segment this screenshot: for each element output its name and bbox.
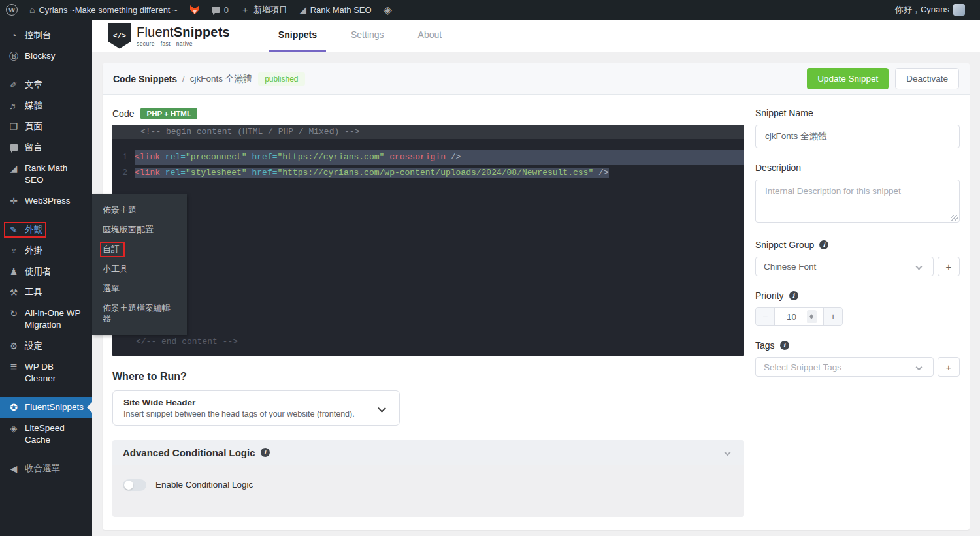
media-icon: ♬: [8, 100, 20, 112]
litespeed-menu[interactable]: ◈: [378, 0, 398, 20]
info-icon[interactable]: [819, 240, 828, 249]
snippet-name-input[interactable]: [755, 125, 960, 148]
advanced-panel-header[interactable]: Advanced Conditional Logic: [112, 440, 744, 465]
fluentsnippets-header: </> FluentSnippets secure · fast · nativ…: [92, 20, 980, 52]
card-header: Code Snippets / cjkFonts 全瀨體 published U…: [103, 63, 970, 95]
sidebar-item-label: 收合選單: [25, 463, 60, 475]
run-location-title: Site Wide Header: [123, 398, 355, 407]
submenu-item[interactable]: 區塊版面配置: [92, 220, 187, 240]
dashboard-icon: ◔: [8, 29, 20, 41]
sidebar-item-label: All-in-One WP Migration: [25, 307, 83, 331]
chevron-down-icon: [916, 263, 923, 270]
sidebar-item-pages[interactable]: ❐頁面: [0, 116, 92, 137]
new-item-menu[interactable]: ＋ 新增項目: [235, 0, 293, 20]
submenu-item[interactable]: 佈景主題: [92, 200, 187, 220]
tab-settings[interactable]: Settings: [342, 20, 393, 52]
fox-menu[interactable]: [184, 0, 206, 20]
update-snippet-button[interactable]: Update Snippet: [807, 68, 889, 89]
sidebar-item-users[interactable]: ♟使用者: [0, 261, 92, 282]
sidebar-item-blocksy[interactable]: ⒷBlocksy: [0, 46, 92, 67]
site-link[interactable]: ⌂ Cyrians ~Make something different ~: [24, 0, 184, 20]
resize-grip-icon[interactable]: [951, 215, 958, 221]
sidebar-item-settings[interactable]: ⚙設定: [0, 336, 92, 356]
sidebar-item-label: WP DB Cleaner: [25, 361, 83, 385]
add-group-button[interactable]: +: [938, 257, 960, 276]
user-icon: ♟: [8, 266, 20, 277]
comments-count: 0: [224, 5, 229, 15]
chevron-down-icon: [378, 404, 386, 413]
sidebar-item-label: Web3Press: [25, 195, 71, 207]
line-number: 1: [112, 150, 135, 165]
description-textarea[interactable]: [755, 180, 960, 223]
sidebar-item-posts[interactable]: ✐文章: [0, 74, 92, 95]
settings-panel: Snippet Name Description Snippet Group: [755, 108, 960, 517]
deactivate-button[interactable]: Deactivate: [895, 68, 959, 89]
breadcrumb-root[interactable]: Code Snippets: [113, 74, 177, 84]
sidebar-item-dashboard[interactable]: ◔控制台: [0, 25, 92, 46]
database-icon: ≣: [8, 361, 20, 373]
submenu-item[interactable]: 選單: [92, 279, 187, 298]
sidebar-item-appearance[interactable]: ✎外觀: [0, 219, 92, 240]
sidebar-item-label: LiteSpeed Cache: [25, 422, 83, 446]
spinner-icon[interactable]: [807, 310, 817, 323]
advanced-panel-body: Enable Conditional Logic: [112, 465, 744, 517]
tags-select[interactable]: Select Snippet Tags: [755, 357, 934, 377]
account-menu[interactable]: 你好，Cyrians: [889, 0, 971, 20]
info-icon[interactable]: [789, 291, 798, 300]
breadcrumb-current: cjkFonts 全瀨體: [190, 73, 252, 85]
wp-logo-menu[interactable]: W: [0, 0, 24, 20]
sidebar-item-media[interactable]: ♬媒體: [0, 95, 92, 116]
sidebar-item-label: FluentSnippets: [25, 402, 84, 413]
sidebar-item-label: 工具: [25, 287, 42, 298]
home-icon: ⌂: [29, 5, 35, 14]
run-location-select[interactable]: Site Wide Header Insert snippet between …: [112, 390, 400, 426]
sidebar-item-label: 設定: [25, 340, 42, 352]
wp-admin-sidebar: ◔控制台ⒷBlocksy✐文章♬媒體❐頁面留言◢Rank Math SEO✛We…: [0, 20, 92, 536]
snippet-group-select[interactable]: Chinese Font: [755, 257, 934, 276]
sidebar-item-tools[interactable]: ⚒工具: [0, 282, 92, 303]
sidebar-item-ai1wm[interactable]: ↻All-in-One WP Migration: [0, 303, 92, 336]
sidebar-item-label: Blocksy: [25, 50, 56, 62]
description-label: Description: [755, 163, 960, 173]
settings-icon: ⚙: [8, 340, 20, 352]
code-line: 1<link rel="preconnect" href="https://cy…: [112, 150, 744, 165]
sidebar-item-rank-math-seo[interactable]: ◢Rank Math SEO: [0, 158, 92, 191]
rank-math-label: Rank Math SEO: [310, 5, 372, 15]
priority-decrease-button[interactable]: −: [756, 308, 775, 325]
sidebar-item-label: 外觀: [25, 224, 42, 236]
code-editor[interactable]: <!-- begin content (HTML / PHP / Mixed) …: [112, 125, 744, 356]
submenu-item[interactable]: 佈景主題檔案編輯器: [92, 298, 187, 328]
rank-math-menu[interactable]: ◢ Rank Math SEO: [293, 0, 378, 20]
sidebar-item-fluentsnippets[interactable]: ✪FluentSnippets: [0, 397, 92, 418]
add-tag-button[interactable]: +: [938, 357, 960, 377]
info-icon[interactable]: [780, 341, 789, 350]
snippet-name-label: Snippet Name: [755, 108, 960, 118]
comments-menu[interactable]: 0: [206, 0, 235, 20]
tab-snippets[interactable]: Snippets: [269, 20, 326, 52]
comment-bubble-icon: [8, 142, 20, 153]
fluentsnippets-logo[interactable]: </> FluentSnippets secure · fast · nativ…: [108, 20, 230, 52]
sidebar-item-label: 外掛: [25, 245, 42, 257]
avatar: [953, 4, 965, 16]
sidebar-item-litespeed-cache[interactable]: ◈LiteSpeed Cache: [0, 418, 92, 450]
appearance-brush-icon: ✎: [8, 224, 20, 236]
tags-label: Tags: [755, 340, 775, 351]
sidebar-item-web3press[interactable]: ✛Web3Press: [0, 191, 92, 212]
submenu-item[interactable]: 自訂: [92, 240, 187, 259]
app-tagline: secure · fast · native: [137, 40, 230, 47]
priority-increase-button[interactable]: +: [823, 308, 842, 325]
toggle-label: Enable Conditional Logic: [155, 479, 253, 491]
priority-input[interactable]: [782, 312, 802, 322]
enable-conditional-logic-toggle[interactable]: [123, 479, 146, 491]
tags-placeholder: Select Snippet Tags: [764, 362, 841, 372]
sidebar-item-collapse-menu[interactable]: ◀收合選單: [0, 458, 92, 479]
site-title: Cyrians ~Make something different ~: [39, 5, 177, 15]
submenu-item[interactable]: 小工具: [92, 259, 187, 279]
sidebar-item-comments[interactable]: 留言: [0, 137, 92, 158]
sidebar-item-wp-db-cleaner[interactable]: ≣WP DB Cleaner: [0, 356, 92, 389]
plugin-icon: ♆: [8, 245, 20, 257]
tab-about[interactable]: About: [409, 20, 451, 52]
info-icon[interactable]: [261, 448, 270, 457]
greeting-text: 你好，Cyrians: [895, 4, 949, 16]
sidebar-item-plugins[interactable]: ♆外掛: [0, 240, 92, 261]
